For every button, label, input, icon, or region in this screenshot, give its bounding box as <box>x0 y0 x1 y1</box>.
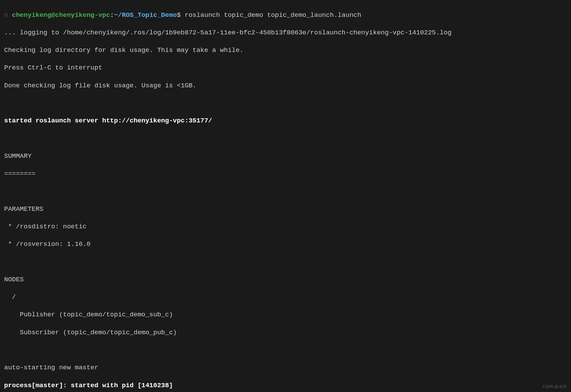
nodes-title: NODES <box>4 275 567 284</box>
watermark: CSDN @ 趴抖 <box>543 384 567 389</box>
log-line: Press Ctrl-C to interrupt <box>4 64 567 73</box>
blank-line <box>4 99 567 108</box>
parameters-title: PARAMETERS <box>4 205 567 214</box>
started-server-line: started roslaunch server http://chenyike… <box>4 117 567 126</box>
log-line: Done checking log file disk usage. Usage… <box>4 81 567 90</box>
node-subscriber: Subscriber (topic_demo/topic_demo_pub_c) <box>4 328 567 337</box>
param-rosversion: * /rosversion: 1.16.0 <box>4 240 567 249</box>
blank-line <box>4 134 567 143</box>
param-rosdistro: * /rosdistro: noetic <box>4 222 567 231</box>
command-text: roslaunch topic_demo topic_demo_launch.l… <box>185 11 361 19</box>
prompt-path: ~/ROS_Topic_Demo <box>114 11 177 19</box>
summary-sep: ======== <box>4 170 567 178</box>
terminal-output[interactable]: ○ chenyikeng@chenyikeng-vpc:~/ROS_Topic_… <box>4 2 567 392</box>
summary-title: SUMMARY <box>4 152 567 161</box>
prompt-circle-icon: ○ <box>4 11 8 19</box>
log-line: ... logging to /home/chenyikeng/.ros/log… <box>4 29 567 37</box>
prompt-user: chenyikeng@chenyikeng-vpc <box>12 11 110 19</box>
prompt-dollar: $ <box>177 11 181 19</box>
blank-line <box>4 258 567 267</box>
node-publisher: Publisher (topic_demo/topic_demo_sub_c) <box>4 311 567 319</box>
prompt-line: ○ chenyikeng@chenyikeng-vpc:~/ROS_Topic_… <box>4 11 567 20</box>
log-line: Checking log directory for disk usage. T… <box>4 46 567 55</box>
nodes-slash: / <box>4 293 567 302</box>
auto-starting-line: auto-starting new master <box>4 363 567 372</box>
blank-line <box>4 187 567 196</box>
prompt-colon: : <box>110 11 114 19</box>
blank-line <box>4 346 567 355</box>
process-master-line: process[master]: started with pid [14102… <box>4 381 567 390</box>
